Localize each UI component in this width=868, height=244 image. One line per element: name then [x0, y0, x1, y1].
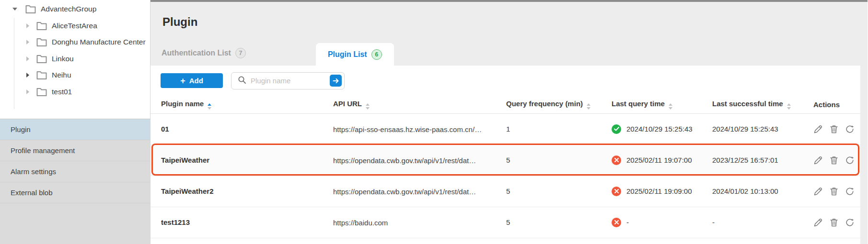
sidebar-item-external-blob[interactable]: External blob [0, 182, 150, 203]
tab-label: Authentication List [162, 49, 231, 57]
api-url-cell: https://opendata.cwb.gov.tw/api/v1/rest/… [323, 144, 496, 176]
last-query-time-cell: 2024/10/29 15:25:43 [601, 113, 702, 144]
tab-plugin-list[interactable]: Plugin List 6 [316, 43, 394, 66]
page-header: Plugin Authentication List 7 Plugin List… [150, 2, 868, 66]
delete-icon[interactable] [829, 124, 839, 134]
plugin-name-cell: test1213 [150, 207, 323, 238]
tab-count-badge: 7 [235, 48, 246, 58]
caret-right-icon[interactable] [26, 89, 29, 94]
sort-icon [366, 103, 370, 110]
table-row: test1213 https://baidu.com 5 - - [150, 207, 860, 238]
tree-node-label: AliceTestArea [52, 22, 97, 30]
query-frequency-cell: 5 [496, 176, 601, 207]
actions-cell [803, 176, 860, 207]
sort-icon [669, 103, 672, 110]
last-successful-time-cell: 2024/10/29 15:25:43 [702, 113, 803, 144]
plugin-name-cell: TaipeiWeather [150, 144, 323, 176]
tree-node-alicetestarea[interactable]: AliceTestArea [0, 18, 150, 34]
tree-node-label: test01 [52, 88, 72, 96]
actions-cell [803, 207, 860, 238]
toolbar: + Add [150, 66, 860, 96]
sort-icon [587, 103, 590, 110]
sidebar: AdvantechGroup AliceTestArea Donghu Manu… [0, 0, 150, 244]
add-button[interactable]: + Add [161, 73, 223, 88]
search-input[interactable] [251, 77, 330, 85]
caret-down-icon[interactable] [12, 8, 17, 11]
tree-guide-line [14, 18, 14, 109]
tree-node-donghu[interactable]: Donghu Manufacture Center [0, 34, 150, 51]
refresh-icon[interactable] [845, 218, 855, 227]
query-frequency-cell: 1 [496, 113, 601, 144]
search-icon [238, 76, 246, 86]
tree-node-label: AdvantechGroup [41, 5, 96, 13]
sidebar-item-label: External blob [11, 189, 53, 197]
actions-cell [803, 144, 860, 176]
last-query-time-cell: - [601, 207, 702, 238]
tree-node-label: Neihu [52, 71, 71, 79]
table-row: TaipeiWeather2 https://opendata.cwb.gov.… [150, 176, 860, 207]
api-url-cell: https://api-sso-ensaas.hz.wise-paas.com.… [323, 113, 496, 144]
tree-node-advantechgroup[interactable]: AdvantechGroup [0, 1, 150, 18]
tree-node-neihu[interactable]: Neihu [0, 67, 150, 84]
tree-node-linkou[interactable]: Linkou [0, 51, 150, 67]
last-query-time-cell: 2025/02/11 19:07:00 [601, 144, 702, 176]
search-submit-button[interactable] [330, 75, 342, 87]
add-button-label: Add [189, 77, 203, 85]
success-check-icon [612, 124, 621, 134]
table-row: 01 https://api-sso-ensaas.hz.wise-paas.c… [150, 113, 860, 144]
refresh-icon[interactable] [845, 187, 855, 196]
sidebar-item-plugin[interactable]: Plugin [0, 119, 150, 140]
delete-icon[interactable] [829, 155, 839, 165]
sidebar-item-label: Profile management [11, 146, 75, 155]
tab-count-badge: 6 [371, 49, 382, 60]
caret-right-icon[interactable] [26, 56, 29, 61]
caret-right-icon[interactable] [26, 73, 29, 78]
caret-right-icon[interactable] [26, 23, 29, 28]
error-x-icon [612, 218, 621, 227]
last-query-time-cell: 2025/02/11 19:09:00 [601, 176, 702, 207]
last-successful-time-cell: 2023/12/25 16:57:01 [702, 144, 803, 176]
column-header-query-frequency[interactable]: Query frequency (min) [496, 96, 601, 113]
last-successful-time-cell: - [702, 207, 803, 238]
edit-icon[interactable] [813, 124, 823, 134]
tab-authentication-list[interactable]: Authentication List 7 [150, 48, 255, 66]
caret-right-icon[interactable] [26, 40, 29, 44]
sidebar-menu: Plugin Profile management Alarm settings… [0, 119, 150, 244]
plugin-table: Plugin name API URL Query frequency (min… [150, 96, 860, 238]
table-row-highlighted: TaipeiWeather https://opendata.cwb.gov.t… [150, 144, 860, 176]
sort-icon [787, 103, 791, 110]
plugin-name-cell: 01 [150, 113, 323, 144]
column-header-last-successful-time[interactable]: Last successful time [702, 96, 803, 113]
folder-icon [36, 71, 47, 79]
column-header-last-query-time[interactable]: Last query time [601, 96, 702, 113]
query-frequency-cell: 5 [496, 207, 601, 238]
folder-icon [36, 55, 47, 63]
tree-node-label: Donghu Manufacture Center [52, 38, 146, 46]
sidebar-item-label: Alarm settings [11, 167, 56, 176]
tab-label: Plugin List [328, 50, 367, 59]
plus-icon: + [180, 77, 185, 85]
sidebar-item-profile-management[interactable]: Profile management [0, 140, 150, 161]
plugin-list-panel: + Add Plugi [150, 66, 860, 244]
folder-icon [25, 5, 36, 13]
plugin-name-cell: TaipeiWeather2 [150, 176, 323, 207]
edit-icon[interactable] [813, 218, 823, 227]
last-successful-time-cell: 2024/01/02 10:13:00 [702, 176, 803, 207]
column-header-api-url[interactable]: API URL [323, 96, 496, 113]
refresh-icon[interactable] [845, 155, 855, 165]
sort-icon [208, 103, 211, 110]
error-x-icon [612, 187, 621, 196]
edit-icon[interactable] [813, 187, 823, 196]
refresh-icon[interactable] [845, 124, 855, 134]
folder-icon [36, 38, 47, 46]
edit-icon[interactable] [813, 155, 823, 165]
api-url-cell: https://baidu.com [323, 207, 496, 238]
delete-icon[interactable] [829, 187, 839, 196]
delete-icon[interactable] [829, 218, 839, 227]
column-header-plugin-name[interactable]: Plugin name [150, 96, 323, 113]
sidebar-item-alarm-settings[interactable]: Alarm settings [0, 161, 150, 182]
folder-icon [36, 88, 47, 96]
column-header-actions: Actions [803, 96, 860, 113]
tree-node-test01[interactable]: test01 [0, 84, 150, 100]
query-frequency-cell: 5 [496, 144, 601, 176]
